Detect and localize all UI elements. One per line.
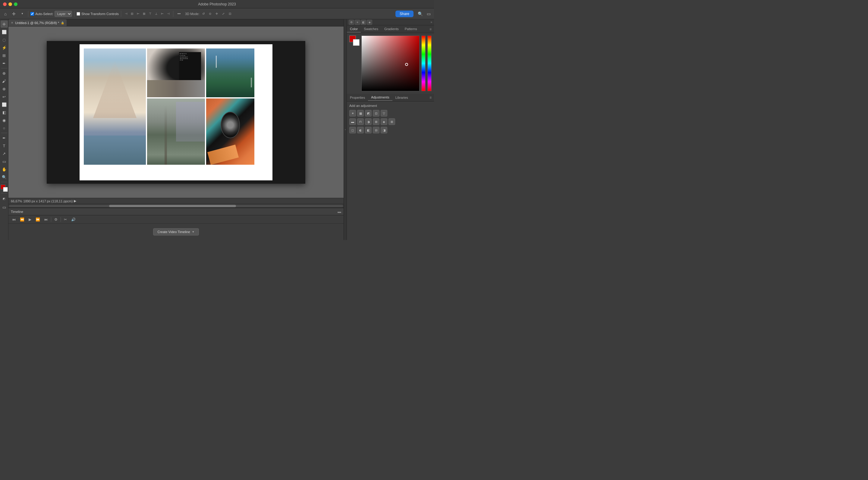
magic-wand-tool[interactable]: ⚡ — [1, 44, 8, 51]
path-select-tool[interactable]: ↗ — [1, 150, 8, 157]
levels-btn[interactable]: ▦ — [357, 110, 364, 116]
maximize-button[interactable] — [14, 2, 18, 6]
prev-frame-btn[interactable]: ⏪ — [19, 217, 26, 222]
type-tool[interactable]: T — [1, 142, 8, 149]
align-center-v-icon[interactable]: ⊥ — [153, 11, 159, 16]
adjustments-panel-menu-icon[interactable]: ≡ — [427, 96, 434, 100]
timeline-settings-btn[interactable]: ⚙ — [53, 217, 59, 222]
layer-select[interactable]: Layer — [55, 11, 72, 17]
posterize-btn[interactable]: ▬ — [349, 118, 356, 125]
healing-brush-tool[interactable]: ⊕ — [1, 70, 8, 77]
auto-select-check[interactable] — [30, 12, 34, 16]
select-rect-tool[interactable]: ⬜ — [1, 28, 8, 36]
right-panel-expand-icon[interactable]: » — [430, 21, 432, 24]
vibrance-btn[interactable]: ◧ — [365, 127, 372, 133]
zoom-tool[interactable]: 🔍 — [1, 173, 8, 181]
color-tab[interactable]: Color — [347, 26, 361, 33]
create-video-dropdown-icon[interactable]: ▼ — [192, 230, 195, 233]
canvas-area[interactable]: M T W T F S6 7 8 9 1013 14 15 16 1720 21… — [8, 27, 344, 198]
play-btn[interactable]: ▶ — [27, 217, 33, 222]
3d-drag-icon[interactable]: ✛ — [214, 11, 219, 16]
eyedropper-tool[interactable]: ✒ — [1, 60, 8, 67]
quick-mask-btn[interactable]: ◩ — [1, 195, 8, 202]
hand-tool[interactable]: ✋ — [1, 166, 8, 173]
3d-scale-icon[interactable]: ⊡ — [227, 11, 233, 16]
search-icon[interactable]: 🔍 — [416, 10, 424, 18]
doc-indicator[interactable]: ▶ — [74, 199, 76, 203]
gradients-tab[interactable]: Gradients — [381, 26, 402, 33]
3d-slide-icon[interactable]: ⤢ — [221, 11, 226, 16]
lasso-tool[interactable]: ◌ — [1, 36, 8, 43]
dodge-tool[interactable]: ○ — [1, 124, 8, 132]
color-spectrum-box[interactable] — [361, 36, 420, 91]
align-dash-icon[interactable]: ⊞ — [141, 11, 147, 16]
blur-tool[interactable]: ◉ — [1, 116, 8, 124]
move-tool-btn[interactable]: ✛ — [1, 21, 8, 28]
photo-collage[interactable]: M T W T F S6 7 8 9 1013 14 15 16 1720 21… — [80, 44, 273, 180]
hue-slider[interactable] — [421, 36, 426, 91]
auto-select-checkbox[interactable]: Auto-Select: — [30, 12, 53, 16]
eraser-tool[interactable]: ⬜ — [1, 101, 8, 108]
color-balance-btn[interactable]: ⊟ — [373, 127, 379, 133]
channel-mixer-btn[interactable]: ⊞ — [373, 118, 379, 125]
adjustments-tab[interactable]: Adjustments — [368, 94, 393, 101]
share-button[interactable]: Share — [396, 10, 413, 17]
exposure-btn[interactable]: ⊡ — [373, 110, 379, 116]
pen-tool[interactable]: ✒ — [1, 134, 8, 141]
history-brush-tool[interactable]: ↩ — [1, 93, 8, 100]
gradient-tool[interactable]: ◧ — [1, 109, 8, 116]
align-top-icon[interactable]: ⊤ — [147, 11, 153, 16]
transform-controls-checkbox[interactable]: Show Transform Controls — [76, 12, 119, 16]
history-panel-icon[interactable]: ◈ — [367, 20, 372, 25]
move-tool-icon[interactable]: ✛ — [10, 10, 18, 18]
invert-btn[interactable]: ◻ — [349, 127, 356, 133]
color-swatches[interactable] — [1, 184, 8, 192]
timeline-collapse-icon[interactable]: ▬ — [338, 210, 341, 214]
curves-btn[interactable]: ◩ — [365, 110, 372, 116]
threshold-btn[interactable]: ⊓ — [357, 118, 364, 125]
crop-tool[interactable]: ⊞ — [1, 52, 8, 59]
last-frame-btn[interactable]: ⏭ — [43, 217, 49, 222]
paths-panel-icon[interactable]: ◧ — [361, 20, 366, 25]
distribute-icon[interactable]: ⊣ — [165, 11, 171, 16]
shape-tool[interactable]: ▭ — [1, 158, 8, 165]
cut-playhead-btn[interactable]: ✂ — [63, 217, 68, 222]
layers-panel-icon[interactable]: ⚙ — [349, 20, 354, 25]
h-scrollbar[interactable] — [8, 204, 344, 207]
next-frame-btn[interactable]: ⏩ — [34, 217, 41, 222]
transform-check[interactable] — [76, 12, 80, 16]
brush-tool[interactable]: 🖌 — [1, 77, 8, 84]
background-swatch[interactable] — [3, 187, 8, 192]
background-color-swatch[interactable] — [353, 39, 360, 46]
close-button[interactable] — [3, 2, 7, 6]
3d-rotate-icon[interactable]: ↺ — [201, 11, 206, 16]
align-left-icon[interactable]: ⊣ — [123, 11, 129, 16]
home-icon[interactable]: ⌂ — [2, 10, 9, 18]
fg-bg-color-swatches[interactable] — [349, 36, 360, 46]
create-video-timeline-btn[interactable]: Create Video Timeline ▼ — [153, 228, 199, 236]
document-tab[interactable]: ✕ Untitled-1 @ 66,7% (RGB/8) * 🔒 — [8, 19, 67, 26]
color-lookup-btn[interactable]: ◈ — [381, 118, 387, 125]
hue-sat-btn[interactable]: ◐ — [357, 127, 364, 133]
h-scrollbar-handle[interactable] — [109, 205, 236, 207]
brightness-contrast-btn[interactable]: ☀ — [349, 110, 356, 116]
align-bottom-icon[interactable]: ⊢ — [159, 11, 165, 16]
grid-btn[interactable]: ⊞ — [389, 118, 395, 125]
first-frame-btn[interactable]: ⏮ — [11, 217, 17, 222]
properties-tab[interactable]: Properties — [347, 95, 368, 101]
more-options-icon[interactable]: ••• — [176, 10, 183, 18]
close-tab-icon[interactable]: ✕ — [11, 21, 13, 24]
screen-mode-btn[interactable]: ▭ — [1, 204, 8, 211]
patterns-tab[interactable]: Patterns — [402, 26, 420, 33]
minimize-button[interactable] — [8, 2, 12, 6]
align-center-h-icon[interactable]: ⊟ — [129, 11, 135, 16]
h-scrollbar-track[interactable] — [9, 205, 343, 207]
workspace-icon[interactable]: ▭ — [425, 10, 432, 18]
libraries-tab[interactable]: Libraries — [393, 95, 411, 101]
audio-btn[interactable]: 🔊 — [70, 217, 77, 222]
align-right-icon[interactable]: ⊢ — [135, 11, 141, 16]
3d-roll-icon[interactable]: ⊙ — [207, 11, 213, 16]
channels-panel-icon[interactable]: ≡ — [355, 20, 360, 25]
clone-stamp-tool[interactable]: ⊗ — [1, 85, 8, 93]
color-strip[interactable] — [427, 36, 432, 91]
